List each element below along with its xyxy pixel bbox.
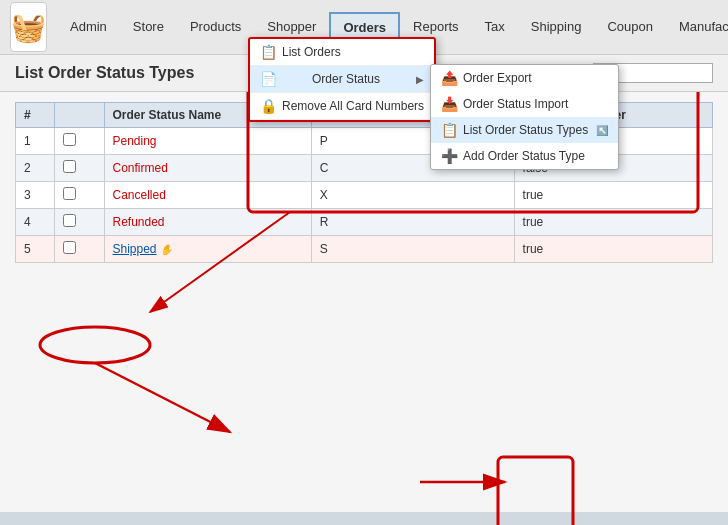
menu-item-order-status[interactable]: 📄 Order Status ▶ — [250, 66, 434, 92]
row-num: 2 — [16, 155, 55, 182]
row-num: 3 — [16, 182, 55, 209]
row-scrub: true — [514, 209, 712, 236]
page-title: List Order Status Types — [15, 64, 194, 82]
sub-item-export[interactable]: 📤 Order Export — [431, 65, 618, 91]
row-name: Pending — [104, 128, 311, 155]
table-row: 4 Refunded R true — [16, 209, 713, 236]
col-check — [55, 103, 104, 128]
remove-icon: 🔒 — [260, 98, 276, 114]
list-types-icon: 📋 — [441, 122, 457, 138]
row-name-shipped: Shipped ✋ — [104, 236, 311, 263]
menu-item-remove-cards[interactable]: 🔒 Remove All Card Numbers — [250, 93, 434, 119]
row-num: 4 — [16, 209, 55, 236]
sub-item-label: List Order Status Types — [463, 123, 588, 137]
table-row-shipped: 5 Shipped ✋ S true — [16, 236, 713, 263]
orders-dropdown-menu: 📋 List Orders 📄 Order Status ▶ 🔒 Remove … — [248, 37, 436, 122]
sub-item-import[interactable]: 📥 Order Status Import — [431, 91, 618, 117]
row-scrub: true — [514, 182, 712, 209]
menu-section-3: 🔒 Remove All Card Numbers — [250, 93, 434, 120]
nav-item-manufacturer[interactable]: Manufacturer — [666, 12, 728, 43]
logo: 🧺 — [10, 2, 47, 52]
row-name: Confirmed — [104, 155, 311, 182]
menu-item-label: Order Status — [312, 72, 380, 86]
row-num: 1 — [16, 128, 55, 155]
row-num: 5 — [16, 236, 55, 263]
svg-line-2 — [95, 363, 230, 432]
row-code: X — [311, 182, 514, 209]
row-check — [55, 236, 104, 263]
nav-item-tax[interactable]: Tax — [472, 12, 518, 43]
sub-item-list-types[interactable]: 📋 List Order Status Types ↖️ — [431, 117, 618, 143]
menu-item-label: Remove All Card Numbers — [282, 99, 424, 113]
sub-item-label: Order Export — [463, 71, 532, 85]
row-checkbox[interactable] — [63, 160, 76, 173]
basket-icon: 🧺 — [11, 11, 46, 44]
export-icon: 📤 — [441, 70, 457, 86]
nav-item-products[interactable]: Products — [177, 12, 254, 43]
row-name: Cancelled — [104, 182, 311, 209]
nav-item-shipping[interactable]: Shipping — [518, 12, 595, 43]
row-check — [55, 155, 104, 182]
add-icon: ➕ — [441, 148, 457, 164]
nav-item-store[interactable]: Store — [120, 12, 177, 43]
menu-section-1: 📋 List Orders — [250, 39, 434, 66]
nav-item-admin[interactable]: Admin — [57, 12, 120, 43]
sub-item-add-type[interactable]: ➕ Add Order Status Type — [431, 143, 618, 169]
cursor-icon: ↖️ — [596, 125, 608, 136]
main-content: # Order Status Name Order Status Code Sc… — [0, 92, 728, 512]
order-status-submenu: 📤 Order Export 📥 Order Status Import 📋 L… — [430, 64, 619, 170]
list-icon: 📋 — [260, 44, 276, 60]
svg-point-0 — [40, 327, 150, 363]
menu-section-2: 📄 Order Status ▶ — [250, 66, 434, 93]
row-code: R — [311, 209, 514, 236]
status-icon: 📄 — [260, 71, 276, 87]
row-name: Refunded — [104, 209, 311, 236]
col-num: # — [16, 103, 55, 128]
import-icon: 📥 — [441, 96, 457, 112]
svg-rect-4 — [498, 457, 573, 525]
nav-item-coupon[interactable]: Coupon — [594, 12, 666, 43]
row-check — [55, 182, 104, 209]
row-checkbox[interactable] — [63, 241, 76, 254]
row-code: S — [311, 236, 514, 263]
row-checkbox[interactable] — [63, 214, 76, 227]
row-checkbox[interactable] — [63, 187, 76, 200]
sub-item-label: Order Status Import — [463, 97, 568, 111]
table-row: 3 Cancelled X true — [16, 182, 713, 209]
row-scrub: true — [514, 236, 712, 263]
menu-item-label: List Orders — [282, 45, 341, 59]
row-checkbox[interactable] — [63, 133, 76, 146]
sub-item-label: Add Order Status Type — [463, 149, 585, 163]
row-check — [55, 128, 104, 155]
menu-item-list-orders[interactable]: 📋 List Orders — [250, 39, 434, 65]
row-check — [55, 209, 104, 236]
sub-arrow-icon: ▶ — [416, 74, 424, 85]
